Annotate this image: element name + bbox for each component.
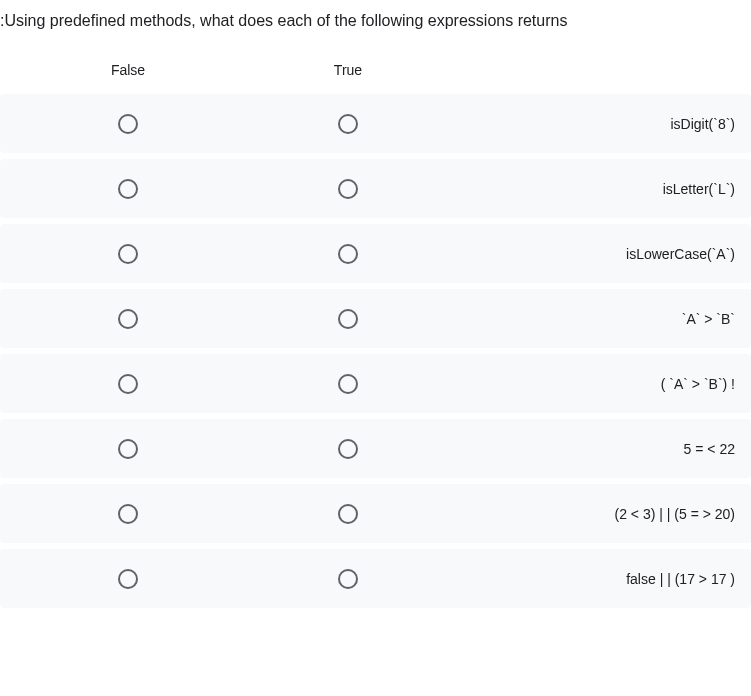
question-row: false | | (17 > 17 ) bbox=[0, 549, 751, 608]
radio-cell-true bbox=[238, 309, 458, 329]
radio-cell-true bbox=[238, 439, 458, 459]
question-row: isLetter(`L`) bbox=[0, 159, 751, 218]
radio-cell-false bbox=[18, 504, 238, 524]
expression-6: (2 < 3) | | (5 = > 20) bbox=[458, 506, 751, 522]
answer-grid: False True isDigit(`8`) isLetter(`L`) is… bbox=[0, 54, 751, 608]
radio-cell-false bbox=[18, 439, 238, 459]
expression-4: ( `A` > `B`) ! bbox=[458, 376, 751, 392]
question-row: `A` > `B` bbox=[0, 289, 751, 348]
radio-true-3[interactable] bbox=[338, 309, 358, 329]
radio-false-0[interactable] bbox=[118, 114, 138, 134]
header-true: True bbox=[238, 62, 458, 78]
radio-cell-false bbox=[18, 374, 238, 394]
question-row: 5 = < 22 bbox=[0, 419, 751, 478]
radio-cell-true bbox=[238, 244, 458, 264]
question-row: isDigit(`8`) bbox=[0, 94, 751, 153]
question-row: (2 < 3) | | (5 = > 20) bbox=[0, 484, 751, 543]
expression-1: isLetter(`L`) bbox=[458, 181, 751, 197]
radio-true-7[interactable] bbox=[338, 569, 358, 589]
radio-false-3[interactable] bbox=[118, 309, 138, 329]
radio-true-1[interactable] bbox=[338, 179, 358, 199]
radio-true-6[interactable] bbox=[338, 504, 358, 524]
radio-false-7[interactable] bbox=[118, 569, 138, 589]
radio-cell-false bbox=[18, 309, 238, 329]
question-row: isLowerCase(`A`) bbox=[0, 224, 751, 283]
radio-true-4[interactable] bbox=[338, 374, 358, 394]
radio-cell-false bbox=[18, 569, 238, 589]
radio-true-2[interactable] bbox=[338, 244, 358, 264]
expression-5: 5 = < 22 bbox=[458, 441, 751, 457]
radio-cell-true bbox=[238, 114, 458, 134]
radio-cell-true bbox=[238, 374, 458, 394]
radio-true-0[interactable] bbox=[338, 114, 358, 134]
radio-cell-true bbox=[238, 569, 458, 589]
header-row: False True bbox=[0, 54, 751, 94]
radio-false-6[interactable] bbox=[118, 504, 138, 524]
header-false: False bbox=[18, 62, 238, 78]
radio-false-4[interactable] bbox=[118, 374, 138, 394]
radio-cell-false bbox=[18, 244, 238, 264]
radio-cell-false bbox=[18, 179, 238, 199]
radio-true-5[interactable] bbox=[338, 439, 358, 459]
expression-7: false | | (17 > 17 ) bbox=[458, 571, 751, 587]
radio-false-5[interactable] bbox=[118, 439, 138, 459]
radio-cell-true bbox=[238, 179, 458, 199]
expression-2: isLowerCase(`A`) bbox=[458, 246, 751, 262]
radio-cell-true bbox=[238, 504, 458, 524]
radio-false-1[interactable] bbox=[118, 179, 138, 199]
radio-false-2[interactable] bbox=[118, 244, 138, 264]
expression-3: `A` > `B` bbox=[458, 311, 751, 327]
question-title: :Using predefined methods, what does eac… bbox=[0, 0, 751, 54]
question-row: ( `A` > `B`) ! bbox=[0, 354, 751, 413]
radio-cell-false bbox=[18, 114, 238, 134]
expression-0: isDigit(`8`) bbox=[458, 116, 751, 132]
